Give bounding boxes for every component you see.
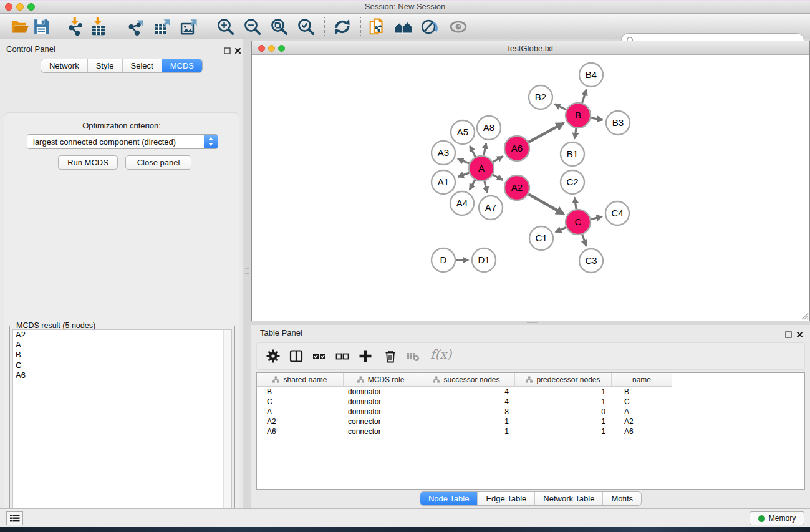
column-header-shared-name[interactable]: shared name	[257, 373, 344, 386]
node-C3[interactable]: C3	[579, 249, 603, 273]
table-row[interactable]: A2connector11A2	[257, 417, 804, 427]
edge-C-C4[interactable]	[591, 216, 602, 219]
edge-A2-C[interactable]	[528, 194, 564, 214]
node-A1[interactable]: A1	[432, 170, 455, 194]
mcds-result-item[interactable]: B	[13, 350, 231, 360]
edge-C-C2[interactable]	[574, 198, 576, 209]
criterion-dropdown[interactable]: largest connected component (directed)	[27, 134, 218, 149]
create-column-icon[interactable]	[358, 349, 373, 364]
window-resize-grip[interactable]	[800, 311, 809, 320]
edge-A-A5[interactable]	[470, 146, 475, 157]
node-D[interactable]: D	[432, 248, 455, 272]
column-header-successor-nodes[interactable]: successor nodes	[418, 373, 515, 386]
refresh-icon[interactable]	[333, 17, 352, 36]
node-A[interactable]: A	[469, 156, 494, 181]
tab-edge-table[interactable]: Edge Table	[477, 492, 534, 505]
open-session-icon[interactable]	[11, 17, 29, 36]
function-builder-icon[interactable]: f(x)	[430, 347, 451, 362]
hide-panels-icon[interactable]	[420, 17, 439, 36]
close-table-panel-icon[interactable]	[796, 329, 803, 336]
tab-network-table[interactable]: Network Table	[534, 492, 602, 505]
run-mcds-button[interactable]: Run MCDS	[58, 155, 118, 170]
node-B3[interactable]: B3	[606, 111, 630, 135]
edge-A-A3[interactable]	[458, 158, 469, 163]
node-A3[interactable]: A3	[432, 141, 455, 165]
import-table-icon[interactable]	[89, 17, 108, 36]
edge-C-C3[interactable]	[582, 235, 586, 246]
list-scrollbar[interactable]	[223, 330, 231, 532]
table-row[interactable]: Adominator80A	[257, 407, 804, 417]
node-A7[interactable]: A7	[479, 196, 503, 220]
unselect-all-columns-icon[interactable]	[335, 349, 350, 364]
save-session-icon[interactable]	[32, 17, 51, 36]
zoom-out-icon[interactable]	[243, 17, 262, 36]
zoom-in-icon[interactable]	[216, 17, 235, 36]
vertical-splitter-grip[interactable]	[245, 266, 249, 277]
edge-A-A7[interactable]	[485, 181, 487, 192]
node-A2[interactable]: A2	[504, 175, 529, 200]
edge-B-B1[interactable]	[575, 128, 576, 138]
node-C4[interactable]: C4	[605, 201, 629, 225]
network-window-titlebar[interactable]: testGlobe.txt	[252, 41, 809, 55]
network-canvas[interactable]: B4B2BB3A5A8A6B1A3AA1C2A2A4A7C4CC1C3DD1	[252, 55, 809, 321]
mcds-result-item[interactable]: A2	[13, 330, 231, 340]
node-A8[interactable]: A8	[477, 116, 501, 140]
zoom-fit-icon[interactable]	[270, 17, 289, 36]
export-image-icon[interactable]	[180, 17, 198, 36]
node-A6[interactable]: A6	[504, 136, 529, 161]
node-C[interactable]: C	[566, 210, 591, 235]
float-panel-icon[interactable]	[224, 46, 231, 52]
edge-B-B2[interactable]	[555, 104, 567, 110]
settings-gear-icon[interactable]	[266, 349, 281, 364]
node-B1[interactable]: B1	[561, 142, 584, 166]
edge-C-C1[interactable]	[556, 227, 566, 231]
task-history-button[interactable]	[6, 511, 23, 525]
delete-table-icon[interactable]	[405, 349, 420, 364]
new-session-from-network-icon[interactable]	[368, 17, 387, 36]
edge-A6-B[interactable]	[528, 123, 564, 142]
select-all-columns-icon[interactable]	[312, 349, 327, 364]
export-network-icon[interactable]	[127, 17, 145, 36]
tab-network[interactable]: Network	[41, 59, 87, 72]
mcds-result-item[interactable]: C	[13, 360, 231, 370]
node-C2[interactable]: C2	[561, 170, 584, 194]
node-B[interactable]: B	[566, 103, 591, 128]
tab-motifs[interactable]: Motifs	[602, 492, 641, 505]
close-panel-icon[interactable]	[234, 46, 241, 52]
zoom-selected-icon[interactable]	[297, 17, 316, 36]
float-table-panel-icon[interactable]	[785, 329, 792, 336]
node-A5[interactable]: A5	[451, 120, 475, 144]
edge-A-A4[interactable]	[470, 180, 475, 190]
node-B4[interactable]: B4	[579, 63, 603, 87]
tab-style[interactable]: Style	[87, 59, 122, 72]
tab-select[interactable]: Select	[122, 59, 162, 72]
table-row[interactable]: Bdominator41B	[257, 387, 804, 397]
node-D1[interactable]: D1	[472, 248, 496, 272]
mcds-result-item[interactable]: A6	[13, 370, 231, 380]
memory-button[interactable]: Memory	[750, 511, 804, 525]
show-columns-icon[interactable]	[289, 349, 304, 364]
edge-A-A1[interactable]	[458, 173, 470, 177]
node-A4[interactable]: A4	[450, 191, 474, 215]
edge-B-B3[interactable]	[591, 118, 603, 120]
delete-column-icon[interactable]	[383, 349, 398, 364]
table-row[interactable]: Cdominator41C	[257, 397, 804, 407]
show-all-networks-icon[interactable]	[394, 17, 413, 36]
edge-B-B4[interactable]	[582, 90, 586, 103]
tab-mcds[interactable]: MCDS	[162, 59, 202, 72]
mcds-result-list[interactable]: A2ABCA6	[12, 329, 232, 532]
column-header-name[interactable]: name	[612, 373, 672, 386]
export-table-icon[interactable]	[153, 17, 171, 36]
close-panel-button[interactable]: Close panel	[125, 155, 191, 170]
mcds-result-item[interactable]: A	[13, 340, 231, 350]
edge-A-A8[interactable]	[484, 143, 486, 156]
graphics-details-icon[interactable]	[449, 17, 468, 36]
column-header-MCDS-role[interactable]: MCDS role	[344, 373, 418, 386]
node-B2[interactable]: B2	[529, 85, 552, 109]
table-row[interactable]: A6connector11A6	[257, 427, 804, 437]
column-header-predecessor-nodes[interactable]: predecessor nodes	[515, 373, 612, 386]
edge-A-A6[interactable]	[493, 157, 503, 162]
tab-node-table[interactable]: Node Table	[420, 492, 478, 505]
import-network-icon[interactable]	[66, 17, 85, 36]
edge-A-A2[interactable]	[493, 175, 503, 180]
